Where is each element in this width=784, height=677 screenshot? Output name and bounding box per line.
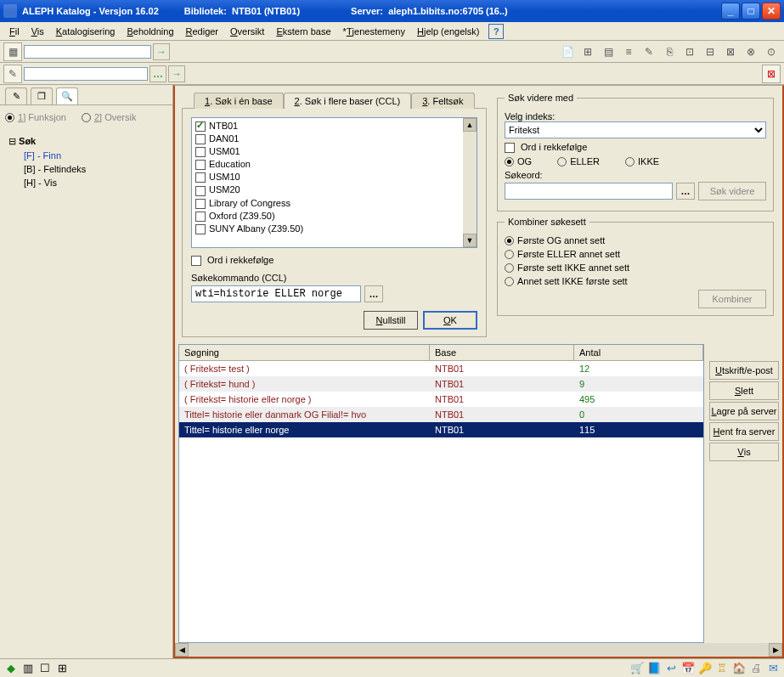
menu-rediger[interactable]: Rediger — [180, 25, 225, 38]
checkbox-icon[interactable] — [195, 134, 206, 144]
table-row[interactable]: ( Fritekst= hund )NTB019 — [179, 376, 703, 392]
tree-root[interactable]: Søk — [8, 134, 164, 149]
maximize-button[interactable]: □ — [742, 3, 760, 20]
menu-vis[interactable]: Vis — [25, 25, 50, 38]
term-input[interactable] — [505, 183, 673, 200]
menu-beholdning[interactable]: Beholdning — [121, 25, 179, 38]
index-select[interactable]: Fritekst — [505, 121, 766, 138]
tab-search-one-base[interactable]: 1. Søk i én base — [194, 93, 284, 109]
table-row[interactable]: ( Fritekst= historie eller norge )NTB014… — [179, 392, 703, 407]
tool-j[interactable]: ⊗ — [742, 42, 760, 61]
db-item[interactable]: DAN01 — [194, 133, 475, 145]
checkbox-icon[interactable] — [195, 172, 206, 183]
quick-input-2[interactable] — [24, 67, 148, 81]
home-icon[interactable]: 🏠 — [731, 661, 747, 676]
status-icon-2[interactable]: ▥ — [20, 661, 36, 676]
combine-option[interactable]: Første OG annet sett — [505, 235, 766, 245]
db-item[interactable]: Library of Congress — [194, 197, 475, 210]
scroll-down-icon[interactable]: ▼ — [463, 234, 477, 247]
db-item[interactable]: Education — [194, 158, 475, 171]
scroll-track[interactable] — [189, 643, 769, 657]
subtab-funksjon[interactable]: 1] Funksjon — [5, 112, 66, 122]
checkbox-icon[interactable] — [195, 199, 206, 209]
menu-fil[interactable]: Fil — [3, 25, 25, 38]
tree-item-feltindeks[interactable]: [B] - Feltindeks — [8, 162, 164, 176]
menu-hjelp[interactable]: Hjelp (engelsk) — [411, 25, 485, 38]
tool-icon-2[interactable]: ✎ — [3, 65, 22, 83]
search-more-button[interactable]: Søk videre — [698, 182, 766, 200]
checkbox-icon[interactable] — [195, 121, 206, 132]
ccl-input[interactable] — [191, 285, 361, 302]
tree-item-finn[interactable]: [F] - Finn — [8, 149, 164, 162]
print-icon[interactable]: 🖨 — [748, 661, 764, 676]
tool-c[interactable]: ▤ — [599, 42, 618, 61]
tool-e[interactable]: ✎ — [640, 42, 658, 61]
quick-input-1[interactable] — [24, 45, 151, 59]
col-count[interactable]: Antal — [574, 345, 703, 360]
tool-g[interactable]: ⊡ — [680, 42, 699, 61]
menu-tjenestemeny[interactable]: *Tjenestemeny — [337, 25, 411, 38]
status-icon-3[interactable]: ☐ — [37, 661, 53, 676]
tool-b[interactable]: ⊞ — [578, 42, 597, 61]
table-row[interactable]: Tittel= historie eller danmark OG Filial… — [179, 407, 703, 422]
checkbox-icon[interactable] — [195, 147, 206, 157]
db-item[interactable]: NTB01 — [194, 120, 475, 133]
result-action-button[interactable]: Vis — [709, 443, 779, 461]
radio-eller[interactable]: ELLER — [557, 156, 600, 166]
checkbox-icon[interactable] — [195, 186, 206, 196]
db-item[interactable]: Oxford (Z39.50) — [194, 210, 475, 223]
result-action-button[interactable]: Hent fra server — [709, 422, 779, 441]
table-row[interactable]: ( Fritekst= test )NTB0112 — [179, 361, 703, 376]
tree-item-vis[interactable]: [H] - Vis — [8, 176, 164, 189]
combine-option[interactable]: Første ELLER annet sett — [505, 249, 766, 259]
tool-k[interactable]: ⊙ — [762, 42, 781, 61]
return-icon[interactable]: ↩ — [663, 661, 679, 676]
col-query[interactable]: Søgning — [179, 345, 430, 360]
db-item[interactable]: USM01 — [194, 145, 475, 158]
list-scrollbar[interactable]: ▲ ▼ — [463, 118, 477, 247]
close-button[interactable]: ✕ — [762, 3, 781, 20]
help-icon[interactable]: ? — [488, 24, 504, 39]
book-icon[interactable]: 📘 — [646, 661, 662, 676]
tool-d[interactable]: ≡ — [619, 42, 638, 61]
minimize-button[interactable]: _ — [721, 3, 740, 20]
checkbox-icon[interactable] — [195, 160, 206, 170]
go-button-2[interactable]: → — [168, 65, 185, 82]
key-icon[interactable]: 🔑 — [697, 661, 713, 676]
stop-icon[interactable]: ⊠ — [762, 65, 781, 83]
left-tab-1[interactable]: ✎ — [5, 87, 27, 104]
col-base[interactable]: Base — [430, 345, 574, 360]
tab-search-multi-ccl[interactable]: 2. Søk i flere baser (CCL) — [284, 93, 412, 109]
tool-icon-1[interactable]: ▦ — [3, 42, 22, 61]
database-list[interactable]: NTB01DAN01USM01EducationUSM10USM20Librar… — [191, 117, 477, 248]
menu-katalogisering[interactable]: Katalogisering — [50, 25, 121, 38]
tool-h[interactable]: ⊟ — [701, 42, 719, 61]
subtab-oversikt[interactable]: 2] Oversik — [82, 112, 137, 122]
status-icon-4[interactable]: ⊞ — [54, 661, 70, 676]
nullstill-button[interactable]: Nullstill — [364, 311, 418, 330]
browse-button-2[interactable]: … — [149, 65, 166, 82]
db-item[interactable]: USM20 — [194, 183, 475, 196]
result-action-button[interactable]: Slett — [709, 381, 779, 400]
radio-og[interactable]: OG — [505, 156, 532, 166]
menu-oversikt[interactable]: Oversikt — [224, 25, 270, 38]
menu-ekstern-base[interactable]: Ekstern base — [270, 25, 336, 38]
result-action-button[interactable]: Lagre på server — [709, 402, 779, 420]
scroll-left-icon[interactable]: ◀ — [175, 643, 189, 657]
combine-button[interactable]: Kombiner — [698, 290, 766, 308]
calendar-icon[interactable]: 📅 — [680, 661, 696, 676]
tower-icon[interactable]: ♖ — [714, 661, 730, 676]
table-row[interactable]: Tittel= historie eller norgeNTB01115 — [179, 422, 703, 437]
term-browse-button[interactable]: … — [676, 183, 695, 200]
combine-option[interactable]: Annet sett IKKE første sett — [505, 276, 766, 286]
ord2-checkbox[interactable] — [505, 143, 515, 153]
ord-checkbox[interactable] — [191, 256, 201, 266]
horizontal-scrollbar[interactable]: ◀ ▶ — [175, 643, 782, 657]
mail-icon[interactable]: ✉ — [765, 661, 781, 676]
left-tab-3[interactable]: 🔍 — [56, 87, 78, 104]
go-button-1[interactable]: → — [153, 43, 170, 60]
ccl-browse-button[interactable]: … — [364, 285, 383, 302]
scroll-up-icon[interactable]: ▲ — [463, 118, 477, 132]
tool-f[interactable]: ⎘ — [660, 42, 679, 61]
tool-a[interactable]: 📄 — [558, 42, 577, 61]
